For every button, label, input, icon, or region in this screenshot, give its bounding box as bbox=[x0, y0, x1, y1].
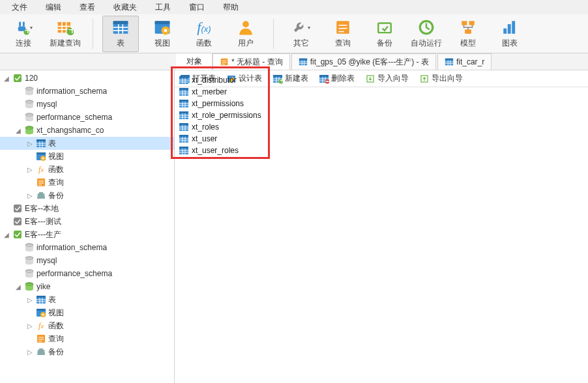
tree-label: xt_changshamc_co bbox=[37, 126, 104, 135]
twisty-icon[interactable] bbox=[14, 270, 22, 277]
model-button[interactable]: 模型 bbox=[450, 16, 486, 52]
twisty-icon[interactable]: ▷ bbox=[26, 165, 34, 173]
twisty-icon[interactable] bbox=[14, 100, 22, 108]
menu-5[interactable]: 窗口 bbox=[180, 1, 214, 14]
twisty-icon[interactable]: ▷ bbox=[26, 296, 34, 304]
tree-node[interactable]: ▷ 表 bbox=[0, 137, 174, 150]
grid-plus-icon bbox=[56, 18, 74, 36]
backup-icon bbox=[375, 18, 394, 36]
query-icon bbox=[220, 57, 229, 66]
tree-node[interactable]: mysql bbox=[0, 98, 174, 111]
query-icon bbox=[334, 18, 352, 36]
table-button[interactable]: 表 bbox=[102, 16, 139, 52]
twisty-icon[interactable] bbox=[26, 152, 34, 160]
toolbar-label: 表 bbox=[117, 38, 125, 49]
table-icon bbox=[36, 138, 46, 149]
table-icon bbox=[179, 122, 189, 132]
tree-node[interactable]: ▷ 备份 bbox=[0, 345, 174, 358]
tab-label: * 无标题 - 查询 bbox=[231, 57, 283, 68]
objects-tab[interactable]: 对象 bbox=[176, 53, 213, 70]
twisty-icon[interactable]: ◢ bbox=[3, 231, 10, 238]
twisty-icon[interactable]: ◢ bbox=[14, 126, 22, 134]
menu-4[interactable]: 工具 bbox=[146, 1, 180, 14]
menu-6[interactable]: 帮助 bbox=[214, 1, 248, 14]
tab-fit-car[interactable]: fit_car_r bbox=[437, 53, 492, 70]
tree-node[interactable]: E客---测试 bbox=[0, 215, 174, 228]
table-row[interactable]: xt_roles bbox=[179, 121, 588, 133]
table-icon bbox=[179, 75, 189, 85]
table-row[interactable]: xt_user bbox=[179, 133, 588, 145]
tree-label: E客--本地 bbox=[25, 203, 59, 214]
fx-icon: fx bbox=[36, 320, 46, 331]
tree-node[interactable]: 查询 bbox=[0, 332, 174, 345]
tree-node[interactable]: 视图 bbox=[0, 306, 174, 319]
table-row[interactable]: xt_user_roles bbox=[179, 145, 588, 156]
tree-node[interactable]: ▷ fx 函数 bbox=[0, 163, 174, 176]
twisty-icon[interactable]: ▷ bbox=[26, 139, 34, 147]
tree-node[interactable]: ▷ fx 函数 bbox=[0, 319, 174, 332]
function-button[interactable]: f(x) 函数 bbox=[186, 16, 222, 52]
chart-button[interactable]: 图表 bbox=[492, 16, 528, 52]
twisty-icon[interactable] bbox=[3, 205, 10, 212]
menu-1[interactable]: 编辑 bbox=[37, 1, 70, 14]
tab-label: fit_car_r bbox=[456, 57, 484, 66]
twisty-icon[interactable] bbox=[26, 309, 34, 317]
menu-0[interactable]: 文件 bbox=[3, 1, 37, 14]
tree-node[interactable]: ◢ xt_changshamc_co bbox=[0, 124, 174, 137]
user-button[interactable]: 用户 bbox=[228, 16, 264, 52]
table-list-panel: xt_distributor xt_merber xt_permissions … bbox=[175, 70, 588, 383]
table-row[interactable]: xt_role_permissions bbox=[179, 109, 588, 121]
connection-tree[interactable]: ◢ 120 information_schema mysql performan… bbox=[0, 70, 175, 383]
table-row[interactable]: xt_distributor bbox=[179, 74, 588, 86]
table-row[interactable]: xt_permissions bbox=[179, 98, 588, 109]
tree-node[interactable]: 视图 bbox=[0, 150, 174, 163]
tree-node[interactable]: information_schema bbox=[0, 241, 174, 254]
db-icon bbox=[24, 242, 35, 253]
tree-node[interactable]: ▷ 备份 bbox=[0, 189, 174, 202]
tree-node[interactable]: information_schema bbox=[0, 85, 174, 98]
auto-button[interactable]: 自动运行 bbox=[408, 16, 445, 52]
twisty-icon[interactable] bbox=[14, 244, 22, 251]
twisty-icon[interactable]: ▷ bbox=[26, 192, 34, 199]
fx-icon: f(x) bbox=[195, 18, 213, 36]
view-button[interactable]: 视图 bbox=[144, 16, 181, 52]
twisty-icon[interactable] bbox=[14, 257, 22, 264]
connect-button[interactable]: ▾ 连接 bbox=[5, 16, 42, 52]
twisty-icon[interactable] bbox=[14, 87, 22, 95]
tree-node[interactable]: ◢ yike bbox=[0, 280, 174, 293]
table-icon bbox=[179, 98, 189, 109]
tree-node[interactable]: ◢ E客---生产 bbox=[0, 228, 174, 241]
tree-label: 表 bbox=[48, 138, 56, 149]
tab-untitled[interactable]: * 无标题 - 查询 bbox=[213, 53, 290, 70]
twisty-icon[interactable]: ▷ bbox=[26, 322, 34, 330]
twisty-icon[interactable] bbox=[14, 113, 22, 121]
toolbar-label: 用户 bbox=[238, 38, 254, 49]
query-button[interactable]: 查询 bbox=[325, 16, 361, 52]
tree-label: 视图 bbox=[48, 307, 64, 319]
tree-node[interactable]: E客--本地 bbox=[0, 202, 174, 215]
twisty-icon[interactable]: ▷ bbox=[26, 348, 34, 356]
twisty-icon[interactable] bbox=[26, 335, 34, 343]
twisty-icon[interactable] bbox=[26, 178, 34, 186]
twisty-icon[interactable]: ◢ bbox=[14, 283, 22, 291]
tree-node[interactable]: ◢ 120 bbox=[0, 72, 174, 85]
twisty-icon[interactable] bbox=[3, 218, 10, 225]
backup-button[interactable]: 备份 bbox=[366, 16, 403, 52]
other-button[interactable]: ▾ 其它 bbox=[283, 16, 319, 52]
new-query-button[interactable]: 新建查询 bbox=[47, 16, 83, 52]
conn-icon bbox=[12, 216, 23, 227]
tree-node[interactable]: mysql bbox=[0, 254, 174, 267]
menu-2[interactable]: 查看 bbox=[70, 1, 104, 14]
table-row[interactable]: xt_merber bbox=[179, 86, 588, 98]
twisty-icon[interactable]: ◢ bbox=[3, 74, 10, 82]
tree-node[interactable]: performance_schema bbox=[0, 111, 174, 124]
db-on-icon bbox=[24, 125, 35, 135]
toolbar-label: 查询 bbox=[335, 38, 351, 49]
toolbar-label: 新建查询 bbox=[50, 38, 81, 49]
tree-label: 120 bbox=[25, 74, 38, 83]
tree-node[interactable]: ▷ 表 bbox=[0, 293, 174, 306]
menu-3[interactable]: 收藏夹 bbox=[104, 1, 146, 14]
tree-node[interactable]: 查询 bbox=[0, 176, 174, 189]
tab-fit-gps[interactable]: fit_gps_05 @yike (E客---生产) - 表 bbox=[291, 53, 436, 70]
tree-node[interactable]: performance_schema bbox=[0, 267, 174, 280]
